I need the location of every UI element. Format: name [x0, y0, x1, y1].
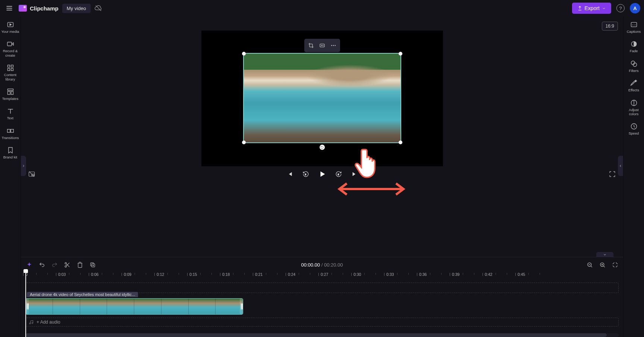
- user-avatar[interactable]: A: [630, 3, 640, 13]
- sidebar-item-speed[interactable]: Speed: [624, 120, 644, 138]
- scrollbar-thumb[interactable]: [25, 333, 607, 337]
- zoom-fit-button[interactable]: [611, 261, 619, 268]
- svg-rect-6: [7, 65, 10, 67]
- svg-rect-9: [11, 69, 13, 71]
- zoom-in-button[interactable]: [599, 261, 606, 268]
- svg-rect-5: [7, 42, 12, 46]
- sidebar-item-captions[interactable]: Captions: [624, 19, 644, 36]
- timeline-timecode: 00:00.00 / 00:20.00: [301, 262, 343, 268]
- rotate-handle[interactable]: [320, 145, 325, 150]
- ruler-tick: 0:39: [452, 272, 459, 277]
- svg-point-27: [65, 262, 66, 264]
- empty-track[interactable]: [25, 283, 619, 293]
- svg-rect-11: [7, 91, 10, 94]
- resize-handle-top-left[interactable]: [242, 52, 246, 56]
- playhead[interactable]: [25, 272, 26, 337]
- split-button[interactable]: [63, 261, 71, 268]
- svg-point-16: [321, 45, 321, 45]
- crop-button[interactable]: [306, 40, 316, 51]
- zoom-out-button[interactable]: [586, 261, 593, 268]
- video-track[interactable]: Aerial drone 4k video of Seychelles most…: [25, 298, 619, 315]
- svg-rect-14: [10, 129, 13, 132]
- clip-floating-toolbar: [304, 39, 340, 52]
- ruler-tick: 0:30: [354, 272, 361, 277]
- help-button[interactable]: ?: [616, 4, 625, 12]
- top-bar: Clipchamp My video Export ? A: [0, 0, 644, 16]
- sidebar-item-text[interactable]: Text: [1, 105, 19, 122]
- svg-rect-12: [11, 91, 13, 94]
- svg-rect-7: [11, 65, 13, 67]
- svg-point-40: [32, 322, 33, 324]
- forward-button[interactable]: 5: [335, 171, 342, 177]
- svg-point-28: [65, 265, 66, 267]
- svg-point-17: [323, 45, 323, 45]
- resize-handle-top-right[interactable]: [399, 52, 402, 56]
- expand-right-panel-button[interactable]: [618, 156, 623, 176]
- ruler-tick: 0:06: [91, 272, 98, 277]
- rewind-button[interactable]: 5: [302, 171, 309, 177]
- video-clip[interactable]: [25, 298, 243, 315]
- sidebar-item-filters[interactable]: Filters: [624, 58, 644, 75]
- more-options-button[interactable]: [328, 40, 339, 51]
- svg-rect-15: [320, 44, 324, 47]
- cloud-sync-off-icon[interactable]: [94, 4, 103, 12]
- ruler-tick: 0:33: [386, 272, 394, 277]
- clip-trim-right-handle[interactable]: [240, 299, 243, 314]
- right-sidebar: Captions Fade Filters Effects Adjust col…: [623, 16, 644, 337]
- clip-trim-left-handle[interactable]: [26, 299, 29, 314]
- svg-line-33: [591, 266, 592, 267]
- svg-line-36: [603, 266, 605, 267]
- playback-bar: 5 5: [21, 166, 623, 183]
- clip-title-label: Aerial drone 4k video of Seychelles most…: [27, 292, 138, 297]
- collapse-timeline-button[interactable]: [596, 252, 613, 257]
- timeline-scrollbar[interactable]: [25, 333, 619, 337]
- export-label: Export: [585, 5, 600, 11]
- ruler-tick: 0:45: [518, 272, 525, 277]
- export-button[interactable]: Export: [572, 3, 611, 14]
- sidebar-item-record-create[interactable]: Record & create: [1, 38, 19, 60]
- resize-handle-bottom-right[interactable]: [399, 141, 402, 144]
- selected-clip-frame[interactable]: [243, 53, 401, 143]
- video-canvas[interactable]: [201, 31, 443, 166]
- svg-point-39: [29, 323, 31, 324]
- sidebar-item-fade[interactable]: Fade: [624, 38, 644, 55]
- redo-button[interactable]: [51, 261, 58, 268]
- fullscreen-button[interactable]: [609, 171, 616, 177]
- ruler-tick: 0:12: [157, 272, 164, 277]
- timeline-toolbar: 00:00.00 / 00:20.00: [21, 257, 623, 272]
- svg-rect-13: [7, 129, 10, 132]
- logo-icon: [19, 5, 27, 12]
- add-audio-track[interactable]: + Add audio: [25, 318, 619, 327]
- sidebar-item-transitions[interactable]: Transitions: [1, 125, 19, 142]
- svg-rect-41: [631, 22, 637, 27]
- sidebar-item-effects[interactable]: Effects: [624, 77, 644, 94]
- picture-in-picture-button[interactable]: [28, 171, 35, 177]
- resize-handle-bottom-left[interactable]: [242, 141, 246, 144]
- aspect-ratio-button[interactable]: 16:9: [602, 22, 618, 31]
- svg-text:5: 5: [337, 173, 339, 176]
- duplicate-button[interactable]: [89, 261, 96, 268]
- sidebar-item-brand-kit[interactable]: Brand kit: [1, 144, 19, 161]
- ruler-tick: 0:09: [124, 272, 131, 277]
- svg-point-20: [334, 45, 335, 46]
- ruler-tick: 0:03: [58, 272, 66, 277]
- undo-button[interactable]: [38, 261, 45, 268]
- sidebar-item-content-library[interactable]: Content library: [1, 62, 19, 84]
- sidebar-item-templates[interactable]: Templates: [1, 86, 19, 103]
- timeline-ruler[interactable]: 00:030:060:090:120:150:180:210:240:270:3…: [25, 272, 619, 280]
- fit-button[interactable]: [317, 40, 327, 51]
- svg-point-18: [331, 45, 332, 46]
- project-title[interactable]: My video: [62, 4, 91, 13]
- menu-button[interactable]: [4, 3, 15, 14]
- ai-tool-button[interactable]: [25, 261, 33, 268]
- skip-end-button[interactable]: [351, 171, 358, 177]
- sidebar-item-adjust-colors[interactable]: Adjust colors: [624, 97, 644, 119]
- ruler-tick: 0:15: [189, 272, 197, 277]
- svg-rect-8: [7, 69, 10, 71]
- ruler-tick: 0:24: [288, 272, 295, 277]
- sidebar-item-your-media[interactable]: Your media: [1, 19, 19, 36]
- delete-button[interactable]: [76, 261, 84, 268]
- skip-start-button[interactable]: [287, 171, 293, 177]
- app-logo[interactable]: Clipchamp: [19, 5, 59, 12]
- clip-preview-image: [244, 54, 400, 142]
